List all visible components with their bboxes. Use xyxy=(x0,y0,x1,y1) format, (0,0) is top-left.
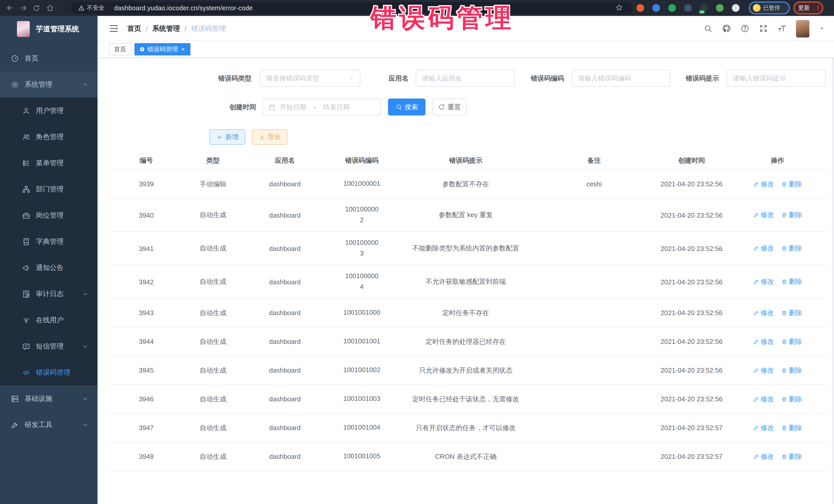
table-row[interactable]: 3946自动生成dashboard1001001003定时任务已经处于该状态，无… xyxy=(110,385,826,414)
edit-link[interactable]: 修改 xyxy=(753,244,774,253)
extension-translate-icon[interactable]: on xyxy=(700,4,708,12)
edit-link[interactable]: 修改 xyxy=(753,366,774,375)
extension-blue-gem-icon[interactable] xyxy=(652,4,660,12)
edit-link[interactable]: 修改 xyxy=(753,179,774,189)
edit-link[interactable]: 修改 xyxy=(753,308,774,317)
sidebar-item-dept[interactable]: 部门管理 xyxy=(0,176,97,202)
error-code-input[interactable]: 请输入错误码编码 xyxy=(572,70,670,87)
delete-link[interactable]: 删除 xyxy=(781,366,802,375)
date-range-picker[interactable]: 开始日期 - 结束日期 xyxy=(262,98,381,115)
add-button[interactable]: 新增 xyxy=(210,129,245,145)
edit-link[interactable]: 修改 xyxy=(753,394,774,404)
sidebar-item-audit-log[interactable]: 审计日志 xyxy=(0,281,97,307)
reset-button[interactable]: 重置 xyxy=(433,98,466,115)
edit-link[interactable]: 修改 xyxy=(753,277,774,286)
cell-code: 1001001003 xyxy=(326,393,398,406)
extension-green-v-icon[interactable] xyxy=(668,4,676,12)
sidebar-item-user[interactable]: 用户管理 xyxy=(0,97,97,124)
delete-link[interactable]: 删除 xyxy=(781,211,802,220)
column-header: 备注 xyxy=(534,155,654,166)
table-row[interactable]: 3944自动生成dashboard1001001001定时任务的处理器已经存在2… xyxy=(110,327,826,356)
cell-type: 自动生成 xyxy=(182,393,244,405)
extension-puzzle-icon[interactable] xyxy=(732,4,740,12)
app-name-input[interactable]: 请输入应用名 xyxy=(416,70,515,87)
table-row[interactable]: 3939手动编辑dashboard1001000001参数配置不存在ceshi2… xyxy=(110,170,826,199)
edit-link[interactable]: 修改 xyxy=(753,337,774,346)
extension-orange-icon[interactable] xyxy=(636,4,644,12)
error-message-input[interactable]: 请输入错误码提示 xyxy=(727,70,826,87)
delete-link[interactable]: 删除 xyxy=(781,452,802,461)
sidebar-item-home[interactable]: 首页 xyxy=(0,45,97,71)
date-start-placeholder: 开始日期 xyxy=(280,103,306,112)
table-row[interactable]: 3947自动生成dashboard1001001004只有开启状态的任务，才可以… xyxy=(110,414,826,442)
not-secure-warning-icon xyxy=(78,5,85,11)
forward-arrow-icon[interactable] xyxy=(18,2,29,14)
sidebar-item-sms[interactable]: 短信管理 xyxy=(0,333,97,359)
sidebar-item-infra[interactable]: 基础设施 xyxy=(0,386,97,412)
cell-actions: 修改删除 xyxy=(729,365,826,376)
table-row[interactable]: 3945自动生成dashboard1001001002只允许修改为开启或者关闭状… xyxy=(110,356,826,385)
delete-link[interactable]: 删除 xyxy=(781,423,802,432)
table-row[interactable]: 3948自动生成dashboard1001001005CRON 表达式不正确20… xyxy=(110,442,826,471)
back-arrow-icon[interactable] xyxy=(4,2,15,14)
user-avatar[interactable] xyxy=(796,20,809,37)
app-logo-row[interactable]: 芋道管理系统 xyxy=(0,16,97,42)
table-row[interactable]: 3943自动生成dashboard1001001000定时任务不存在2021-0… xyxy=(110,299,826,327)
search-icon[interactable] xyxy=(704,24,712,33)
sidebar-item-dev-tools[interactable]: 研发工具 xyxy=(0,412,97,438)
column-header: 编号 xyxy=(110,155,182,166)
sidebar-item-label: 短信管理 xyxy=(36,342,64,351)
sidebar-item-dict[interactable]: 字典管理 xyxy=(0,228,97,255)
tag-错误码管理[interactable]: 错误码管理× xyxy=(134,43,191,56)
browser-profile-chip[interactable]: 已暂停 xyxy=(749,2,790,14)
edit-link[interactable]: 修改 xyxy=(753,452,774,461)
sidebar-item-post[interactable]: 岗位管理 xyxy=(0,202,97,228)
github-icon[interactable] xyxy=(722,24,731,33)
cell-created: 2021-04-20 23:52:57 xyxy=(654,423,729,433)
export-button[interactable]: 导出 xyxy=(252,129,287,145)
address-bar[interactable]: 不安全 dashboard.yudao.iocoder.cn/system/er… xyxy=(71,2,632,14)
tag-首页[interactable]: 首页 xyxy=(109,43,131,56)
browser-menu-icon[interactable] xyxy=(817,5,819,11)
sidebar-item-notice[interactable]: 通知公告 xyxy=(0,255,97,281)
error-type-select[interactable]: 请选择错误码类型 xyxy=(260,70,360,87)
sidebar-item-system[interactable]: 系统管理 xyxy=(0,71,97,97)
delete-link[interactable]: 删除 xyxy=(781,277,802,286)
cell-message: 不允许获取敏感配置到前端 xyxy=(398,276,534,287)
breadcrumb-system[interactable]: 系统管理 xyxy=(152,24,180,34)
delete-link[interactable]: 删除 xyxy=(781,337,802,346)
search-button[interactable]: 搜索 xyxy=(388,98,425,115)
table-row[interactable]: 3940自动生成dashboard100100000 2参数配置 key 重复2… xyxy=(110,199,826,232)
table-row[interactable]: 3941自动生成dashboard100100000 3不能删除类型为系统内置的… xyxy=(110,232,826,265)
fullscreen-icon[interactable] xyxy=(759,24,768,33)
delete-link[interactable]: 删除 xyxy=(781,244,802,253)
sidebar-item-error-code[interactable]: 错误码管理 xyxy=(0,359,97,386)
online-user-icon xyxy=(22,316,30,324)
browser-extensions: on xyxy=(636,0,740,16)
bookmark-star-icon[interactable] xyxy=(615,4,623,11)
sidebar-item-menu[interactable]: 菜单管理 xyxy=(0,150,97,176)
scrollbar[interactable] xyxy=(832,16,834,504)
extension-key-icon[interactable] xyxy=(716,4,724,12)
chevron-down-icon[interactable] xyxy=(819,26,825,31)
delete-link[interactable]: 删除 xyxy=(781,394,802,404)
help-icon[interactable] xyxy=(741,24,749,33)
close-icon[interactable]: × xyxy=(181,46,185,52)
breadcrumb-home[interactable]: 首页 xyxy=(127,24,141,34)
filter-type-label: 错误码类型 xyxy=(200,70,251,87)
table-row[interactable]: 3942自动生成dashboard100100000 4不允许获取敏感配置到前端… xyxy=(110,265,826,299)
extension-tiles-icon[interactable] xyxy=(684,4,692,12)
font-size-icon[interactable] xyxy=(777,24,786,33)
chevron-down-icon xyxy=(82,343,88,349)
sidebar-item-online-user[interactable]: 在线用户 xyxy=(0,307,97,333)
sidebar-collapse-icon[interactable] xyxy=(109,24,118,34)
cell-code: 1001001005 xyxy=(326,450,398,463)
edit-link[interactable]: 修改 xyxy=(753,423,774,432)
browser-update-button[interactable]: 更新 xyxy=(793,2,823,14)
delete-link[interactable]: 删除 xyxy=(781,308,802,317)
reload-icon[interactable] xyxy=(31,2,42,14)
home-icon[interactable] xyxy=(44,2,56,14)
edit-link[interactable]: 修改 xyxy=(753,211,774,220)
delete-link[interactable]: 删除 xyxy=(781,179,802,189)
sidebar-item-role[interactable]: 角色管理 xyxy=(0,124,97,150)
